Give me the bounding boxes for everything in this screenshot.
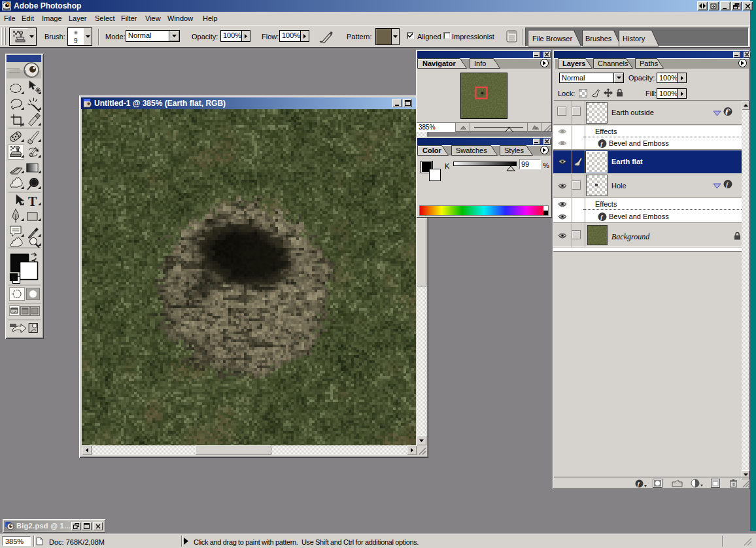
svg-text:T: T	[28, 194, 37, 209]
